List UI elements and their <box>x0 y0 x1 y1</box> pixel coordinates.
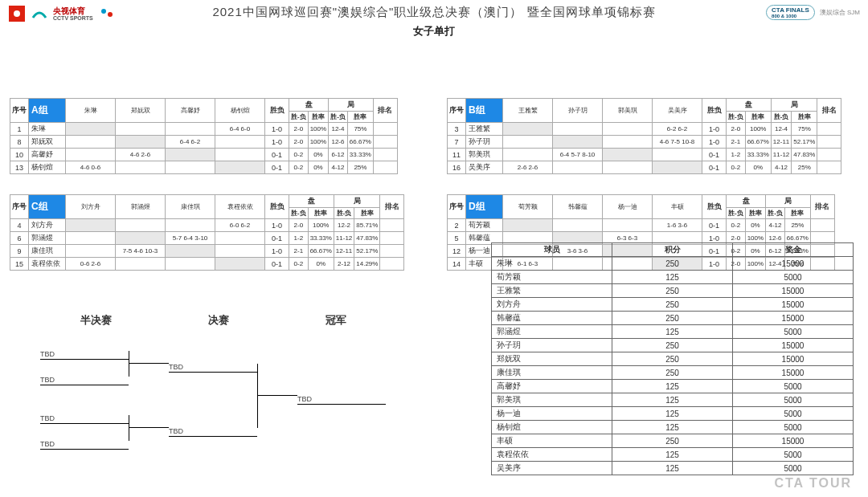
points-row: 郭美琪1255000 <box>492 393 854 407</box>
group-name: B组 <box>466 99 503 123</box>
col-opponent: 朱琳 <box>66 99 116 123</box>
col-opponent: 袁程依依 <box>215 195 265 219</box>
col-wl: 胜负 <box>265 195 289 219</box>
group-row: 2荀芳颖1-6 3-60-10-20%4-1225% <box>448 219 835 232</box>
group-row: 6郭涵煜5-7 6-4 3-100-11-233.33%11-1247.83% <box>10 232 404 245</box>
col-opponent: 荀芳颖 <box>503 195 553 219</box>
group-row: 1朱琳6-4 6-01-02-0100%12-475% <box>10 123 398 136</box>
col-rank: 排名 <box>373 99 397 123</box>
col-seed: 序号 <box>10 195 29 219</box>
group-row: 15袁程依依0-6 2-60-10-20%2-1214.29% <box>10 258 404 271</box>
col-wl: 胜负 <box>265 99 289 123</box>
sf-slot: TBD <box>40 376 129 385</box>
group-row: 7孙子玥4-6 7-5 10-81-02-166.67%12-1152.17% <box>448 136 841 149</box>
group-table-B组: 序号B组王雅繁孙子玥郭美琪吴美序胜负盘局排名胜-负胜率胜-负胜率3王雅繁6-2 … <box>447 98 841 174</box>
points-table: 球员积分奖金朱琳25015000荀芳颖1255000王雅繁25015000刘方舟… <box>491 242 854 475</box>
col-rank: 排名 <box>817 99 841 123</box>
col-wl: 胜负 <box>702 99 727 123</box>
group-name: C组 <box>29 195 66 219</box>
header: 央视体育CCTV SPORTS 2021中国网球巡回赛"澳娱综合"职业级总决赛（… <box>0 0 868 42</box>
page-subtitle: 女子单打 <box>0 24 868 39</box>
watermark: CTA TOUR <box>774 476 852 491</box>
col-wl: 胜负 <box>702 195 727 219</box>
sf-slot: TBD <box>40 440 129 450</box>
points-row: 刘方舟25015000 <box>492 298 854 312</box>
col-opponent: 刘方舟 <box>66 195 116 219</box>
col-seed: 序号 <box>448 195 466 219</box>
col-prize: 奖金 <box>733 243 854 257</box>
group-table-C组: 序号C组刘方舟郭涵煜康佳琪袁程依依胜负盘局排名胜-负胜率胜-负胜率4刘方舟6-0… <box>10 194 404 271</box>
group-row: 4刘方舟6-0 6-21-02-0100%12-285.71% <box>10 219 404 232</box>
points-row: 郑妩双25015000 <box>492 352 854 366</box>
label-champion: 冠军 <box>326 313 346 328</box>
col-set: 盘 <box>727 99 772 112</box>
points-row: 朱琳25015000 <box>492 257 854 271</box>
group-row: 11郭美琪6-4 5-7 8-100-11-233.33%11-1247.83% <box>448 149 841 161</box>
col-set: 盘 <box>289 195 334 208</box>
final-slot: TBD <box>169 427 257 437</box>
col-opponent: 丰硕 <box>653 195 702 219</box>
col-opponent: 王雅繁 <box>503 99 553 123</box>
col-opponent: 郑妩双 <box>116 99 166 123</box>
col-rank: 排名 <box>380 195 404 219</box>
col-set: 盘 <box>727 195 766 208</box>
col-opponent: 郭美琪 <box>603 99 653 123</box>
col-seed: 序号 <box>448 99 466 123</box>
points-row: 袁程依依1255000 <box>492 448 854 462</box>
col-game: 局 <box>329 99 374 112</box>
sf-slot: TBD <box>40 350 129 360</box>
final-slot: TBD <box>169 363 257 373</box>
champion-slot: TBD <box>297 395 386 405</box>
col-opponent: 高馨妤 <box>166 99 215 123</box>
label-semifinal: 半决赛 <box>80 313 112 328</box>
col-game: 局 <box>334 195 380 208</box>
points-row: 康佳琪25015000 <box>492 366 854 380</box>
col-rank: 排名 <box>810 195 834 219</box>
points-row: 荀芳颖1255000 <box>492 271 854 284</box>
col-opponent: 韩馨蕴 <box>553 195 603 219</box>
col-opponent: 杨一迪 <box>603 195 653 219</box>
group-table-A组: 序号A组朱琳郑妩双高馨妤杨钊煊胜负盘局排名胜-负胜率胜-负胜率1朱琳6-4 6-… <box>10 98 398 174</box>
group-row: 16吴美序2-6 2-60-10-20%4-1225% <box>448 161 841 174</box>
col-game: 局 <box>766 195 811 208</box>
points-row: 孙子玥25015000 <box>492 339 854 352</box>
col-opponent: 孙子玥 <box>553 99 603 123</box>
col-opponent: 吴美序 <box>653 99 702 123</box>
col-game: 局 <box>771 99 817 112</box>
points-row: 丰硕25015000 <box>492 434 854 448</box>
group-name: D组 <box>466 195 503 219</box>
bracket: 半决赛 决赛 冠军 TBD TBD TBD TBD TBD TBD TBD <box>16 313 434 480</box>
points-row: 郭涵煜1255000 <box>492 325 854 339</box>
col-set: 盘 <box>289 99 329 112</box>
group-row: 9康佳琪7-5 4-6 10-31-02-166.67%12-1152.17% <box>10 245 404 258</box>
sjm-logo: 澳娱综合 SJM <box>820 8 860 17</box>
points-row: 王雅繁25015000 <box>492 284 854 298</box>
group-name: A组 <box>29 99 66 123</box>
points-row: 韩馨蕴25015000 <box>492 312 854 325</box>
points-row: 高馨妤1255000 <box>492 380 854 393</box>
sf-slot: TBD <box>40 414 129 424</box>
col-seed: 序号 <box>10 99 29 123</box>
cta-finals-logo: CTA FINALS800 & 1000 <box>766 5 815 20</box>
col-opponent: 杨钊煊 <box>215 99 265 123</box>
label-final: 决赛 <box>208 313 229 328</box>
group-row: 8郑妩双6-4 6-21-02-0100%12-666.67% <box>10 136 398 149</box>
points-row: 杨钊煊1255000 <box>492 421 854 434</box>
col-player: 球员 <box>492 243 612 257</box>
page-title: 2021中国网球巡回赛"澳娱综合"职业级总决赛（澳门） 暨全国网球单项锦标赛 <box>0 5 868 20</box>
points-row: 杨一迪1255000 <box>492 407 854 421</box>
group-row: 13杨钊煊4-6 0-60-10-20%4-1225% <box>10 161 398 174</box>
points-row: 吴美序1255000 <box>492 462 854 475</box>
group-row: 10高馨妤4-6 2-60-10-20%6-1233.33% <box>10 149 398 161</box>
logos-right: CTA FINALS800 & 1000 澳娱综合 SJM <box>766 5 860 20</box>
col-opponent: 康佳琪 <box>166 195 215 219</box>
col-opponent: 郭涵煜 <box>116 195 166 219</box>
col-points: 积分 <box>612 243 733 257</box>
group-row: 3王雅繁6-2 6-21-02-0100%12-475% <box>448 123 841 136</box>
